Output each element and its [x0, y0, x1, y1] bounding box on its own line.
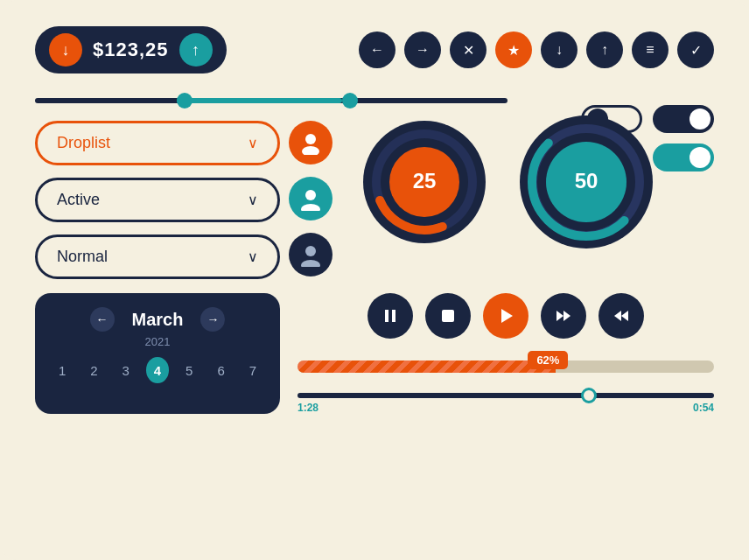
time-slider-section: 1:28 0:54 — [298, 393, 714, 414]
forward-icon-button[interactable]: → — [404, 32, 441, 68]
svg-point-0 — [305, 134, 316, 144]
amount-up-button[interactable]: ↑ — [179, 33, 213, 66]
calendar-next-button[interactable]: → — [200, 307, 225, 332]
svg-point-1 — [302, 146, 319, 155]
svg-rect-18 — [385, 310, 388, 322]
dropdown-normal-chevron: ∨ — [248, 248, 258, 265]
media-section: 62% 1:28 0:54 — [298, 293, 714, 414]
dropdown-normal[interactable]: Normal ∨ — [35, 234, 280, 279]
svg-marker-24 — [621, 311, 628, 321]
calendar: ← March → 2021 1 2 3 4 5 6 7 — [35, 293, 280, 414]
calendar-year: 2021 — [51, 335, 264, 348]
dropdown-active[interactable]: Active ∨ — [35, 178, 280, 222]
gauge-50: 50 — [516, 112, 656, 252]
star-icon-button[interactable]: ★ — [495, 32, 532, 68]
person-icon-teal — [298, 186, 323, 211]
amount-control: ↓ $123,25 ↑ — [35, 26, 227, 74]
toggle-on-teal-2[interactable] — [653, 144, 714, 172]
play-icon — [496, 306, 515, 326]
avatars-col — [289, 121, 332, 276]
amount-value: $123,25 — [93, 38, 169, 61]
svg-point-5 — [301, 260, 320, 267]
slider-thumb-left[interactable] — [177, 93, 192, 108]
person-icon-dark — [298, 242, 323, 267]
svg-rect-20 — [442, 310, 454, 322]
cal-day-5[interactable]: 5 — [178, 357, 200, 383]
time-end: 0:54 — [693, 402, 714, 414]
up-icon-button[interactable]: ↑ — [586, 32, 623, 68]
bottom-row: ← March → 2021 1 2 3 4 5 6 7 — [35, 293, 714, 414]
gauges-col: 25 50 — [359, 112, 656, 252]
dropdown-active-chevron: ∨ — [248, 192, 258, 208]
check-icon-button[interactable]: ✓ — [677, 32, 714, 68]
middle-section: Droplist ∨ Active ∨ Normal ∨ — [35, 121, 714, 279]
cal-day-4[interactable]: 4 — [146, 357, 169, 383]
svg-text:50: 50 — [575, 169, 598, 192]
calendar-prev-button[interactable]: ← — [90, 307, 115, 332]
slider-section — [35, 98, 525, 103]
dropdown-droplist[interactable]: Droplist ∨ — [35, 121, 280, 165]
svg-marker-21 — [501, 309, 513, 323]
svg-marker-25 — [614, 311, 621, 321]
progress-section: 62% — [298, 354, 714, 379]
calendar-month: March — [132, 310, 184, 330]
time-start: 1:28 — [298, 402, 318, 414]
play-button[interactable] — [483, 293, 528, 339]
dropdowns-col: Droplist ∨ Active ∨ Normal ∨ — [35, 121, 280, 279]
avatar-teal[interactable] — [289, 177, 332, 220]
pause-icon — [382, 307, 399, 325]
cal-day-2[interactable]: 2 — [82, 357, 105, 383]
dropdown-normal-label: Normal — [57, 248, 108, 266]
range-slider-track[interactable] — [35, 98, 508, 103]
dropdown-droplist-chevron: ∨ — [248, 135, 258, 151]
cal-day-1[interactable]: 1 — [51, 357, 74, 383]
stop-icon — [439, 307, 457, 325]
main-container: ↓ $123,25 ↑ ← → ✕ ★ ↓ ↑ ≡ ✓ — [0, 0, 749, 560]
avatar-dark[interactable] — [289, 233, 332, 276]
person-icon — [298, 130, 323, 155]
toggle-knob-2 — [690, 108, 710, 130]
menu-icon-button[interactable]: ≡ — [632, 32, 668, 68]
time-thumb[interactable] — [581, 388, 597, 403]
gauge-50-svg: 50 — [516, 112, 656, 252]
progress-fill — [298, 360, 556, 373]
pause-button[interactable] — [368, 293, 413, 339]
svg-marker-23 — [564, 311, 570, 321]
rewind-icon — [612, 307, 630, 325]
progress-label: 62% — [528, 351, 568, 369]
calendar-header: ← March → — [51, 307, 264, 332]
calendar-days: 1 2 3 4 5 6 7 — [51, 357, 264, 383]
svg-point-4 — [305, 246, 316, 256]
fast-forward-icon — [555, 307, 572, 325]
progress-track[interactable] — [298, 360, 714, 373]
slider-thumb-right[interactable] — [342, 93, 358, 108]
svg-rect-19 — [392, 310, 396, 322]
rewind-button[interactable] — [598, 293, 644, 339]
toggle-knob-4 — [690, 147, 710, 168]
top-row: ↓ $123,25 ↑ ← → ✕ ★ ↓ ↑ ≡ ✓ — [35, 26, 714, 74]
time-labels: 1:28 0:54 — [298, 402, 714, 414]
dropdown-active-label: Active — [57, 191, 100, 209]
back-icon-button[interactable]: ← — [359, 32, 396, 68]
cal-day-6[interactable]: 6 — [209, 357, 232, 383]
stop-button[interactable] — [425, 293, 471, 339]
svg-point-3 — [301, 204, 320, 211]
amount-down-button[interactable]: ↓ — [49, 33, 82, 66]
close-icon-button[interactable]: ✕ — [450, 32, 486, 68]
icon-buttons-group: ← → ✕ ★ ↓ ↑ ≡ ✓ — [359, 32, 714, 68]
media-controls — [298, 293, 714, 339]
svg-marker-22 — [556, 311, 564, 321]
gauge-25: 25 — [359, 116, 490, 248]
svg-text:25: 25 — [413, 169, 437, 192]
gauge-25-svg: 25 — [359, 116, 490, 248]
cal-day-3[interactable]: 3 — [115, 357, 137, 383]
dropdown-droplist-label: Droplist — [57, 134, 110, 152]
avatar-orange[interactable] — [289, 121, 332, 164]
cal-day-7[interactable]: 7 — [242, 357, 264, 383]
down-icon-button[interactable]: ↓ — [541, 32, 578, 68]
fast-forward-button[interactable] — [541, 293, 586, 339]
time-track[interactable] — [298, 393, 714, 398]
svg-point-2 — [305, 190, 316, 200]
toggle-on-dark[interactable] — [653, 105, 714, 133]
